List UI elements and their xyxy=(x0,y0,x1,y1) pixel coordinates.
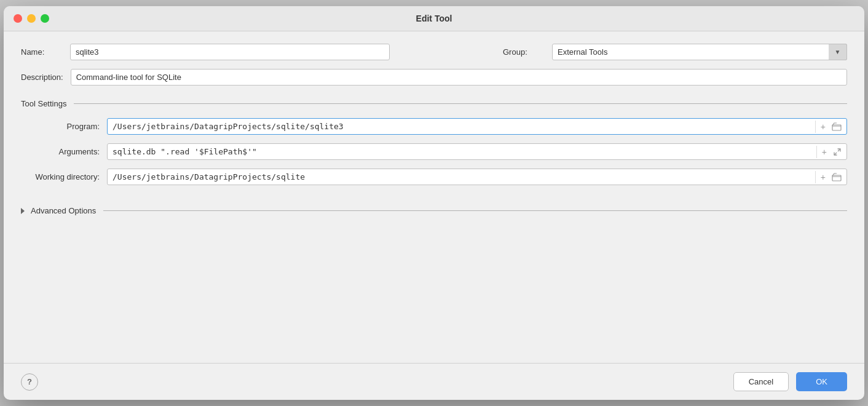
description-input[interactable] xyxy=(71,69,847,86)
tool-settings-divider xyxy=(74,103,847,104)
arguments-expand-button[interactable] xyxy=(832,146,843,157)
group-select[interactable]: External Tools xyxy=(552,44,847,60)
edit-tool-dialog: Edit Tool Name: Group: External Tools ▼ … xyxy=(4,6,864,400)
program-field-wrapper: + xyxy=(107,118,847,135)
ok-button[interactable]: OK xyxy=(796,372,847,391)
working-dir-row: Working directory: + xyxy=(21,169,847,185)
title-bar: Edit Tool xyxy=(4,6,864,31)
tool-settings-header: Tool Settings xyxy=(21,99,847,108)
working-dir-label: Working directory: xyxy=(21,172,107,181)
working-dir-input[interactable] xyxy=(108,169,815,185)
group-section: Group: External Tools ▼ xyxy=(503,44,847,60)
arguments-field-buttons: + xyxy=(816,146,846,158)
dialog-content: Name: Group: External Tools ▼ Descriptio… xyxy=(4,31,864,363)
group-select-wrapper: External Tools ▼ xyxy=(552,44,847,60)
footer-buttons: Cancel OK xyxy=(733,372,847,391)
group-label: Group: xyxy=(503,47,552,57)
description-row: Description: xyxy=(21,69,847,86)
working-dir-field-wrapper: + xyxy=(107,169,847,185)
program-add-button[interactable]: + xyxy=(819,121,827,133)
working-dir-field-buttons: + xyxy=(815,171,846,183)
program-label: Program: xyxy=(21,122,107,131)
arguments-label: Arguments: xyxy=(21,147,107,156)
tool-settings-label: Tool Settings xyxy=(21,99,66,108)
name-group-row: Name: Group: External Tools ▼ xyxy=(21,44,847,60)
close-button[interactable] xyxy=(14,14,22,23)
name-input[interactable] xyxy=(70,44,390,60)
working-dir-browse-button[interactable] xyxy=(831,172,843,183)
program-field-buttons: + xyxy=(815,121,846,133)
arguments-row: Arguments: + xyxy=(21,143,847,160)
help-label: ? xyxy=(27,377,32,386)
name-section: Name: xyxy=(21,44,484,60)
working-dir-add-button[interactable]: + xyxy=(819,171,827,183)
arguments-field-wrapper: + xyxy=(107,143,847,160)
advanced-options-section[interactable]: Advanced Options xyxy=(21,206,847,215)
program-browse-button[interactable] xyxy=(831,121,843,132)
name-label: Name: xyxy=(21,47,70,57)
svg-rect-3 xyxy=(832,175,841,181)
cancel-button[interactable]: Cancel xyxy=(733,372,789,391)
svg-rect-0 xyxy=(832,125,841,130)
window-controls xyxy=(14,14,49,23)
program-row: Program: + xyxy=(21,118,847,135)
arguments-add-button[interactable]: + xyxy=(821,146,828,158)
maximize-button[interactable] xyxy=(41,14,49,23)
help-button[interactable]: ? xyxy=(21,373,38,391)
description-label: Description: xyxy=(21,73,71,82)
dialog-title: Edit Tool xyxy=(416,14,452,23)
advanced-options-divider xyxy=(103,210,847,211)
minimize-button[interactable] xyxy=(27,14,36,23)
advanced-options-label: Advanced Options xyxy=(31,206,96,215)
triangle-icon xyxy=(21,208,25,214)
arguments-input[interactable] xyxy=(108,144,816,159)
program-input[interactable] xyxy=(108,119,815,134)
dialog-footer: ? Cancel OK xyxy=(4,363,864,400)
